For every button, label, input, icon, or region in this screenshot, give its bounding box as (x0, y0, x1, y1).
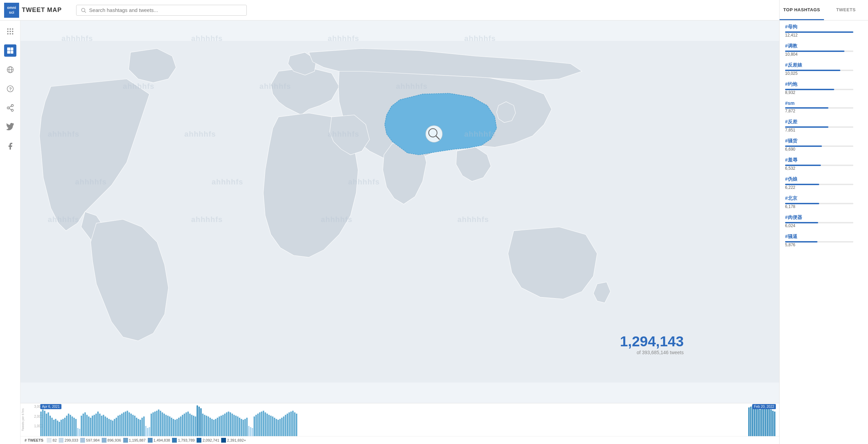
svg-rect-100 (171, 418, 172, 436)
svg-rect-49 (77, 428, 79, 436)
hashtag-item-7[interactable]: #羞辱 6,532 (780, 154, 868, 173)
hashtag-name: #北京 (785, 195, 863, 202)
hashtag-item-6[interactable]: #骚货 6,690 (780, 135, 868, 154)
svg-rect-79 (132, 415, 133, 436)
svg-line-23 (9, 106, 11, 107)
hashtag-item-11[interactable]: #骚逼 5,876 (780, 230, 868, 249)
hashtag-item-1[interactable]: #调教 10,804 (780, 40, 868, 59)
svg-rect-66 (108, 419, 110, 436)
svg-point-4 (12, 28, 13, 30)
svg-rect-32 (46, 414, 47, 436)
svg-point-10 (12, 33, 13, 34)
svg-rect-90 (153, 412, 154, 436)
hashtag-item-3[interactable]: #约炮 8,932 (780, 78, 868, 97)
search-input[interactable] (89, 7, 242, 13)
right-panel: TOP HASHTAGS TWEETS #母狗 12,412 #调教 10,80… (779, 0, 868, 444)
svg-rect-144 (252, 428, 253, 436)
svg-rect-124 (215, 419, 216, 436)
svg-rect-115 (198, 407, 200, 436)
svg-rect-58 (94, 415, 95, 436)
svg-rect-86 (145, 426, 146, 436)
svg-rect-14 (11, 51, 13, 54)
svg-rect-39 (59, 422, 60, 436)
svg-rect-88 (149, 427, 150, 436)
hashtag-name: #骚货 (785, 138, 863, 144)
legend-color-9 (221, 438, 226, 443)
hashtag-count: 7,851 (785, 128, 863, 133)
svg-rect-117 (202, 414, 203, 436)
hashtag-item-5[interactable]: #反差 7,851 (780, 115, 868, 135)
svg-rect-54 (86, 415, 88, 436)
hashtag-item-8[interactable]: #伪娘 6,222 (780, 173, 868, 192)
twitter-icon[interactable] (4, 121, 16, 133)
hashtag-name: #肉便器 (785, 214, 863, 221)
svg-rect-163 (287, 414, 288, 436)
hashtag-item-0[interactable]: #母狗 12,412 (780, 20, 868, 40)
svg-rect-43 (66, 416, 67, 436)
svg-rect-107 (184, 414, 185, 436)
logo-text: omnisci (7, 5, 16, 14)
hashtag-name: #母狗 (785, 24, 863, 30)
svg-rect-62 (101, 416, 102, 436)
hashtag-bar-row (785, 222, 863, 223)
svg-rect-179 (767, 407, 768, 436)
svg-rect-113 (195, 416, 196, 436)
svg-rect-168 (296, 414, 297, 436)
hashtag-item-2[interactable]: #反差婊 10,025 (780, 59, 868, 78)
svg-rect-118 (204, 415, 205, 436)
svg-rect-41 (62, 419, 64, 436)
legend-item-1: 82 (47, 438, 57, 443)
svg-rect-52 (83, 414, 84, 436)
svg-rect-183 (774, 412, 775, 436)
facebook-icon[interactable] (4, 140, 16, 152)
svg-rect-121 (210, 418, 211, 436)
svg-rect-181 (770, 410, 772, 436)
hashtag-name: #反差婊 (785, 62, 863, 68)
svg-rect-123 (213, 420, 214, 436)
logo[interactable]: omnisci (4, 3, 19, 18)
svg-rect-120 (208, 416, 209, 436)
legend-label: # TWEETS (25, 438, 43, 442)
svg-rect-81 (136, 418, 137, 436)
help-icon[interactable]: ? (4, 83, 16, 95)
svg-rect-111 (191, 415, 193, 436)
svg-point-20 (11, 105, 13, 107)
svg-rect-145 (254, 416, 255, 436)
legend-color-4 (102, 438, 106, 443)
svg-rect-59 (96, 414, 97, 436)
svg-rect-56 (90, 418, 91, 436)
svg-rect-174 (757, 408, 759, 436)
tab-tweets[interactable]: TWEETS (824, 0, 868, 20)
svg-rect-44 (68, 414, 69, 436)
svg-rect-114 (197, 405, 198, 436)
svg-rect-130 (226, 412, 227, 436)
svg-rect-77 (129, 412, 130, 436)
svg-rect-65 (106, 418, 108, 436)
globe-icon[interactable] (4, 64, 16, 76)
svg-rect-76 (127, 411, 128, 436)
svg-rect-36 (53, 420, 55, 436)
svg-rect-172 (754, 407, 755, 436)
legend-item-6: 1,494,838 (148, 438, 170, 443)
tweet-count-main: 1,294,143 (620, 333, 684, 350)
map-squares-icon[interactable] (4, 44, 16, 57)
svg-point-2 (7, 28, 9, 30)
svg-rect-108 (186, 412, 187, 436)
hashtag-count: 8,932 (785, 90, 863, 95)
hashtag-item-10[interactable]: #肉便器 6,024 (780, 211, 868, 230)
svg-rect-156 (274, 418, 275, 436)
svg-rect-37 (55, 419, 56, 436)
hashtag-item-4[interactable]: #sm 7,872 (780, 97, 868, 115)
svg-rect-175 (759, 410, 761, 436)
tab-top-hashtags[interactable]: TOP HASHTAGS (780, 0, 824, 20)
svg-rect-159 (279, 419, 281, 436)
legend-value-1: 82 (53, 438, 57, 442)
svg-rect-139 (243, 420, 244, 436)
legend-color-7 (172, 438, 177, 443)
hashtag-item-9[interactable]: #北京 6,178 (780, 192, 868, 211)
right-panel-tabs: TOP HASHTAGS TWEETS (780, 0, 868, 20)
share-icon[interactable] (4, 102, 16, 114)
svg-rect-33 (48, 412, 49, 436)
svg-rect-94 (160, 411, 161, 436)
grid-dots-icon[interactable] (4, 25, 16, 38)
